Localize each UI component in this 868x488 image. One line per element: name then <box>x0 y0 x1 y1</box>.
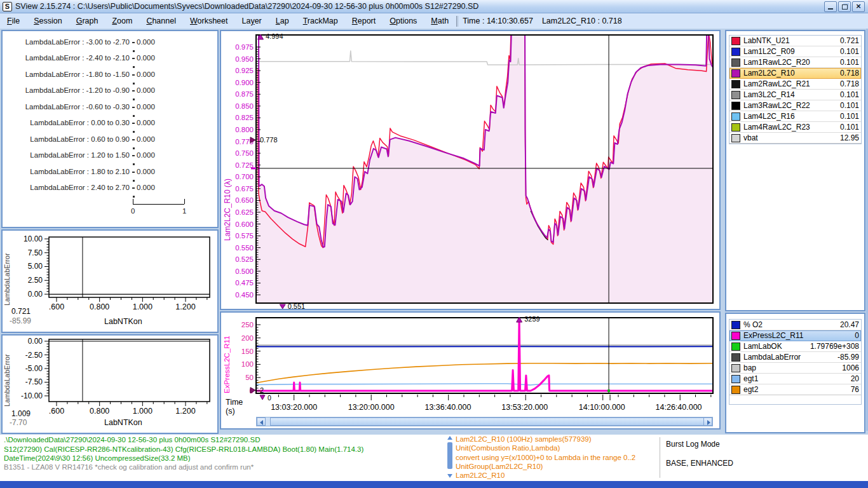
restore-button[interactable] <box>838 1 851 12</box>
svg-text:0.525: 0.525 <box>235 255 254 263</box>
hist-bar <box>132 187 135 189</box>
svg-text:150: 150 <box>241 348 254 355</box>
svg-text:-2.50: -2.50 <box>25 351 43 360</box>
svg-text:0.625: 0.625 <box>235 208 254 216</box>
histogram-panel[interactable]: LambdaLabError : -3.00 to -2.700.000Lamb… <box>1 30 219 228</box>
channel-name: Lam1L2C_R09 <box>743 47 840 56</box>
mini-scrollbar-thumb[interactable] <box>447 442 452 469</box>
hist-minor-tick <box>133 50 135 52</box>
channel-value: 0.101 <box>840 101 859 110</box>
svg-text:13:03:20.000: 13:03:20.000 <box>271 403 317 412</box>
svg-text:0.900: 0.900 <box>235 79 254 86</box>
menubar: FileSessionGraphZoomChannelWorksheetLaye… <box>0 13 868 29</box>
menu-worksheet[interactable]: Worksheet <box>183 15 235 27</box>
svg-text:0.00: 0.00 <box>28 290 43 299</box>
channel-row-lam1rawl2c-r20[interactable]: Lam1RawL2C_R200.101 <box>729 57 861 68</box>
channel-row-bap[interactable]: bap1006 <box>729 363 861 374</box>
log-note: B1351 - LZA08 V RR14716 *check og calibr… <box>4 463 254 471</box>
scrollbar-thumb[interactable] <box>270 417 709 426</box>
channel-row-lam3rawl2c-r22[interactable]: Lam3RawL2C_R220.101 <box>729 100 861 111</box>
scroll-left-button[interactable] <box>257 417 266 426</box>
svg-text:1.200: 1.200 <box>175 302 195 311</box>
file-info-line: .\DownloadedData\27290\2024-09-30 12-56-… <box>4 436 260 444</box>
bottom-chart-ylabel: ExPressL2C_R11 <box>223 320 231 393</box>
channel-name: Lam4L2C_R16 <box>743 112 840 121</box>
channel-info-scrollbar[interactable] <box>447 436 453 479</box>
close-button[interactable]: × <box>852 1 865 12</box>
xy-upper-readout2: -85.99 <box>10 316 31 325</box>
menu-session[interactable]: Session <box>27 15 69 27</box>
channel-row-lamlabok[interactable]: LamLabOK1.79769e+308 <box>729 341 861 352</box>
scroll-up-icon[interactable] <box>447 436 452 440</box>
hist-bar <box>132 172 135 173</box>
minimize-button[interactable] <box>824 1 837 12</box>
window-bottom-border <box>0 481 868 488</box>
hist-row-value: 0.000 <box>137 103 155 111</box>
channel-row-egt1[interactable]: egt120 <box>729 374 861 384</box>
main-chart-plot[interactable]: 0.4500.4750.5000.5250.5500.5750.6000.625… <box>221 31 719 309</box>
xy-panel-upper[interactable]: 0.002.505.007.5010.00.6000.8001.0001.200… <box>1 229 219 333</box>
menu-zoom[interactable]: Zoom <box>105 15 139 27</box>
svg-text:1.200: 1.200 <box>175 407 195 416</box>
channel-row-expressl2c-r11[interactable]: ExPressL2C_R110 <box>729 330 861 341</box>
svg-text:0.650: 0.650 <box>235 196 254 204</box>
menu-math[interactable]: Math <box>424 15 456 27</box>
scroll-right-button[interactable] <box>703 417 712 426</box>
burst-log-mode-value: BASE, ENHANCED <box>666 459 733 468</box>
channel-row-vbat[interactable]: vbat12.95 <box>729 133 861 144</box>
menu-trackmap[interactable]: TrackMap <box>296 15 345 27</box>
channel-row--o2[interactable]: % O220.47 <box>729 320 861 330</box>
svg-text:0.700: 0.700 <box>235 173 254 180</box>
hist-row-label: LambdaLabError : 1.20 to 1.50 <box>8 151 130 159</box>
menu-report[interactable]: Report <box>345 15 383 27</box>
svg-text:0.500: 0.500 <box>235 268 254 275</box>
channel-row-lam1l2c-r09[interactable]: Lam1L2C_R090.101 <box>729 46 861 57</box>
channel-name: egt2 <box>743 385 851 394</box>
main-chart-panel[interactable]: 0.4500.4750.5000.5250.5500.5750.6000.625… <box>220 30 721 310</box>
channel-info-line: Unit(Combustion Ratio,Lambda) <box>456 444 560 452</box>
main-chart-ylabel: Lam2L2C_R10 (λ) <box>223 114 232 241</box>
channel-color-swatch <box>731 112 740 121</box>
menu-channel[interactable]: Channel <box>139 15 183 27</box>
channel-value: 0.721 <box>840 36 859 45</box>
time-axis-label: Time(s) <box>226 398 243 416</box>
scroll-left-icon <box>260 420 263 425</box>
hist-axis-tick <box>133 199 133 204</box>
menu-graph[interactable]: Graph <box>69 15 105 27</box>
svg-text:0.800: 0.800 <box>90 407 109 416</box>
channel-row-lambdalaberror[interactable]: LambdaLabError-85.99 <box>729 352 861 363</box>
svg-text:0.925: 0.925 <box>235 67 254 74</box>
channel-row-lam2rawl2c-r21[interactable]: Lam2RawL2C_R210.718 <box>729 79 861 90</box>
channel-row-labntk-u21[interactable]: LabNTK_U210.721 <box>729 36 861 46</box>
channel-value: 1.79769e+308 <box>810 342 859 351</box>
channel-row-lam2l2c-r10[interactable]: Lam2L2C_R100.718 <box>729 68 861 79</box>
channel-value: 20 <box>851 374 859 383</box>
channel-value: 0.101 <box>840 123 859 132</box>
menu-lap[interactable]: Lap <box>269 15 296 27</box>
hist-row-label: LambdaLabError : 0.00 to 0.30 <box>8 119 130 126</box>
channel-row-lam3l2c-r14[interactable]: Lam3L2C_R140.101 <box>729 90 861 100</box>
channel-value: 0.718 <box>840 69 859 78</box>
channel-color-swatch <box>731 123 740 132</box>
time-scrollbar[interactable] <box>256 417 713 426</box>
channel-list-bottom-panel: % O220.47ExPressL2C_R110LamLabOK1.79769e… <box>725 313 865 433</box>
hist-minor-tick <box>133 180 135 182</box>
histogram-content: LambdaLabError : -3.00 to -2.700.000Lamb… <box>3 31 217 227</box>
menu-options[interactable]: Options <box>383 15 424 27</box>
svg-text:14:26:40.000: 14:26:40.000 <box>656 403 702 412</box>
svg-text:3259: 3259 <box>524 315 539 323</box>
scroll-down-icon[interactable] <box>447 474 452 478</box>
channel-row-egt2[interactable]: egt276 <box>729 384 861 395</box>
bottom-chart-plot[interactable]: 05010015020025013:03:20.00013:20:00.0001… <box>221 313 719 428</box>
svg-text:0.725: 0.725 <box>235 161 254 169</box>
channel-value: 0 <box>855 331 859 340</box>
menu-file[interactable]: File <box>0 15 27 27</box>
bottom-chart-panel[interactable]: 05010015020025013:03:20.00013:20:00.0001… <box>220 311 721 430</box>
channel-name: egt1 <box>743 374 851 383</box>
channel-row-lam4rawl2c-r23[interactable]: Lam4RawL2C_R230.101 <box>729 122 861 133</box>
xy-panel-lower[interactable]: -10.00-7.50-5.00-2.500.00.6000.8001.0001… <box>1 334 219 434</box>
channel-color-swatch <box>731 58 740 67</box>
channel-row-lam4l2c-r16[interactable]: Lam4L2C_R160.101 <box>729 111 861 122</box>
menu-layer[interactable]: Layer <box>234 15 268 27</box>
channel-name: LabNTK_U21 <box>743 36 840 45</box>
